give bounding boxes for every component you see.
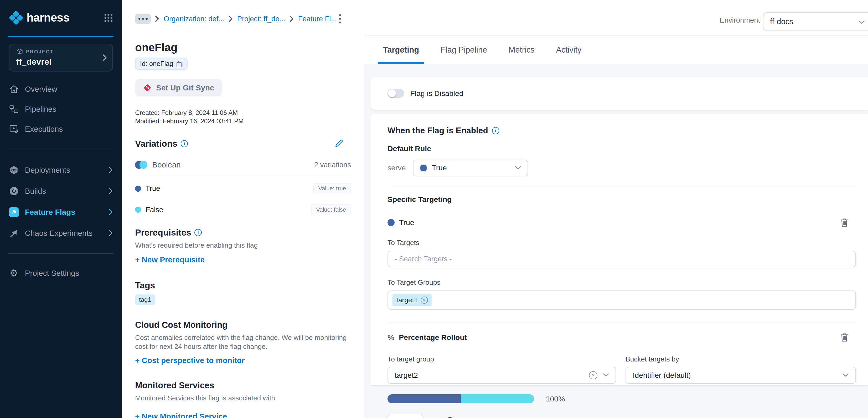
project-selector[interactable]: PROJECT ff_devrel: [9, 43, 113, 71]
chevron-right-icon: [229, 16, 233, 22]
variation-name: False: [146, 206, 163, 214]
chevron-down-icon: [842, 373, 848, 377]
sidebar-item-project-settings[interactable]: ⚙ Project Settings: [0, 263, 122, 283]
info-icon[interactable]: [194, 229, 202, 236]
variation-true-dot: [420, 165, 427, 171]
sidebar-item-overview[interactable]: Overview: [0, 79, 122, 99]
info-icon[interactable]: [492, 127, 499, 134]
harness-logo-icon: [9, 10, 23, 25]
target-groups-input[interactable]: target1 ×: [388, 291, 856, 310]
default-serve-select[interactable]: True: [413, 159, 528, 176]
feature-flags-icon: [9, 207, 19, 217]
environment-header: Environment ff-docs: [364, 0, 868, 36]
to-targets-label: To Targets: [388, 239, 856, 247]
cost-perspective-button[interactable]: + Cost perspective to monitor: [135, 356, 351, 365]
environment-select[interactable]: ff-docs: [763, 12, 868, 31]
variation-count: 2 variations: [314, 161, 351, 169]
tab-activity[interactable]: Activity: [551, 36, 587, 64]
tab-flag-pipeline[interactable]: Flag Pipeline: [436, 36, 492, 64]
sidebar-divider: [8, 253, 114, 254]
variation-true-dot: [388, 219, 395, 226]
sidebar-modules: Deployments Builds Feature Flags: [0, 159, 122, 244]
default-rule-label: Default Rule: [388, 144, 856, 153]
sidebar-item-pipelines[interactable]: Pipelines: [0, 99, 122, 119]
cloud-cost-heading: Cloud Cost Monitoring: [135, 320, 351, 330]
remove-chip-icon[interactable]: ×: [421, 297, 428, 304]
created-timestamp: Created: February 8, 2024 11:06 AM: [135, 109, 351, 117]
sidebar-divider: [8, 150, 114, 150]
rollout-target-group-label: To target group: [388, 355, 625, 363]
chevron-right-icon: [290, 16, 294, 22]
edit-variations-button[interactable]: [335, 139, 343, 148]
variation-type-label: Boolean: [152, 160, 181, 169]
app-grid-icon[interactable]: [104, 13, 113, 22]
flag-id-text: Id: oneFlag: [140, 60, 173, 67]
to-target-groups-label: To Target Groups: [388, 278, 856, 287]
info-icon[interactable]: [181, 140, 188, 147]
gear-icon: ⚙: [9, 268, 19, 278]
project-label: PROJECT: [26, 49, 54, 55]
tag-chip[interactable]: tag1: [135, 294, 155, 305]
breadcrumb-ellipsis-button[interactable]: [135, 14, 151, 24]
chevron-down-icon: [515, 166, 521, 170]
clear-selection-icon[interactable]: ×: [589, 371, 597, 380]
serve-value: True: [432, 163, 447, 172]
sidebar-item-feature-flags[interactable]: Feature Flags: [0, 202, 122, 223]
breadcrumb-feature-flags-link[interactable]: Feature Fl...: [298, 15, 337, 23]
breadcrumb-project-link[interactable]: Project: ff_de...: [237, 15, 285, 23]
environment-value: ff-docs: [770, 17, 793, 26]
sidebar-item-label: Pipelines: [25, 104, 113, 114]
monitored-services-heading: Monitored Services: [135, 380, 351, 390]
targets-search-input[interactable]: [388, 251, 856, 267]
tab-targeting[interactable]: Targeting: [378, 36, 424, 64]
variation-true-dot: [135, 186, 141, 192]
targeting-panel: Environment ff-docs Targeting Flag Pipel…: [364, 0, 868, 418]
environment-label: Environment: [719, 16, 760, 25]
new-monitored-service-button[interactable]: + New Monitored Service: [135, 412, 351, 418]
percent-icon: %: [388, 333, 394, 342]
delete-rule-button[interactable]: [840, 218, 848, 227]
flag-enabled-toggle[interactable]: [388, 89, 404, 98]
set-up-git-sync-button[interactable]: Set Up Git Sync: [135, 79, 222, 96]
tab-metrics[interactable]: Metrics: [504, 36, 539, 64]
rule-variation-name: True: [399, 218, 414, 227]
new-prerequisite-button[interactable]: + New Prerequisite: [135, 255, 351, 264]
serve-label: serve: [388, 163, 406, 172]
breadcrumb-organization-link[interactable]: Organization: def...: [164, 15, 224, 23]
flag-id-chip: Id: oneFlag: [135, 58, 188, 70]
divider: [135, 175, 351, 175]
default-rule-row: serve True: [388, 159, 856, 176]
rollout-weight-input[interactable]: [388, 414, 424, 418]
enabled-heading: When the Flag is Enabled: [388, 126, 856, 136]
sidebar-item-label: Executions: [25, 125, 113, 133]
chevron-right-icon: [102, 54, 107, 61]
flag-state-card: Flag is Disabled: [370, 77, 868, 110]
delete-rollout-button[interactable]: [840, 333, 848, 342]
rollout-bar-row: 100%: [388, 394, 856, 403]
rollout-segment-true: [388, 394, 461, 403]
sidebar-item-deployments[interactable]: Deployments: [0, 159, 122, 181]
sidebar-item-chaos-experiments[interactable]: Chaos Experiments: [0, 223, 122, 244]
sidebar-accent-line: [8, 36, 114, 37]
chevron-down-icon: [859, 21, 865, 25]
flag-options-kebab-button[interactable]: [337, 13, 343, 25]
chevron-right-icon: [109, 167, 113, 173]
home-icon: [9, 84, 19, 94]
chaos-experiments-icon: [9, 228, 19, 238]
logo-text: harness: [27, 11, 69, 24]
breadcrumb: Organization: def... Project: ff_de... F…: [135, 13, 351, 25]
rollout-target-group-select[interactable]: target2 ×: [388, 367, 616, 384]
sidebar-item-executions[interactable]: Executions: [0, 119, 122, 139]
executions-icon: [9, 124, 19, 134]
logo-row: harness: [0, 3, 122, 32]
rollout-segment-false: [461, 394, 534, 403]
rollout-target-group-value: target2: [395, 371, 418, 380]
copy-icon[interactable]: [177, 61, 183, 67]
chevron-right-icon: [109, 188, 113, 194]
prerequisites-heading: Prerequisites: [135, 228, 351, 238]
sidebar-item-builds[interactable]: Builds: [0, 181, 122, 202]
rollout-distribution-bar: [388, 394, 534, 403]
bucket-targets-select[interactable]: Identifier (default): [625, 367, 856, 384]
cube-icon: [16, 48, 23, 55]
sidebar-nav: Overview Pipelines Executions: [0, 79, 122, 139]
